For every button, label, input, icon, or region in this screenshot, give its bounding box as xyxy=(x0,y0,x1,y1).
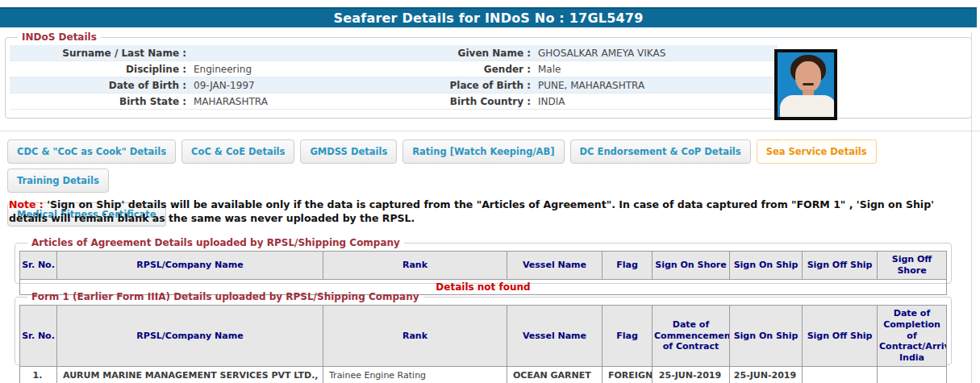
table-header-row: Sr. No. RPSL/Company Name Rank Vessel Na… xyxy=(20,252,947,280)
column-header-sign-on-ship: Sign On Ship xyxy=(730,306,803,367)
birth-state-label: Birth State : xyxy=(10,96,194,107)
column-header-sr-no: Sr. No. xyxy=(20,306,57,367)
birth-state-value: MAHARASHTRA xyxy=(194,96,399,107)
cell-date-of-completion xyxy=(878,366,947,383)
table-row: 1. AURUM MARINE MANAGEMENT SERVICES PVT … xyxy=(20,366,947,383)
gender-value: Male xyxy=(538,64,778,75)
indos-row: Discipline : Engineering Gender : Male xyxy=(10,61,778,77)
photo-mustache xyxy=(803,83,814,85)
column-header-sign-off-ship: Sign Off Ship xyxy=(803,306,878,367)
column-header-sign-off-shore: Sign Off Shore xyxy=(878,252,947,280)
place-of-birth-label: Place of Birth : xyxy=(399,80,538,91)
tab-rating-watch-keeping-ab[interactable]: Rating [Watch Keeping/AB] xyxy=(402,139,564,164)
surname-label: Surname / Last Name : xyxy=(10,48,194,59)
cell-rpsl-company-name: AURUM MARINE MANAGEMENT SERVICES PVT LTD… xyxy=(57,366,323,383)
indos-row: Birth State : MAHARASHTRA Birth Country … xyxy=(10,94,778,110)
birth-country-value: INDIA xyxy=(538,96,778,107)
table-header-row: Sr. No. RPSL/Company Name Rank Vessel Na… xyxy=(20,306,947,367)
cell-flag: FOREIGN xyxy=(603,366,653,383)
column-header-sign-on-ship: Sign On Ship xyxy=(730,252,803,280)
indos-details-grid: Surname / Last Name : Given Name : GHOSA… xyxy=(10,45,778,110)
column-header-sign-on-shore: Sign On Shore xyxy=(653,252,730,280)
articles-of-agreement-fieldset: Articles of Agreement Details uploaded b… xyxy=(15,237,952,284)
column-header-date-of-completion: Date of Completion of Contract/Arriving … xyxy=(878,306,947,367)
indos-details-fieldset: INDoS Details Surname / Last Name : Give… xyxy=(5,31,972,119)
given-name-label: Given Name : xyxy=(399,48,538,59)
birth-country-label: Birth Country : xyxy=(399,96,538,107)
indos-details-legend: INDoS Details xyxy=(18,31,101,43)
date-of-birth-label: Date of Birth : xyxy=(10,80,194,91)
page-right-border xyxy=(971,32,972,383)
column-header-vessel-name: Vessel Name xyxy=(507,306,603,367)
indos-row: Date of Birth : 09-JAN-1997 Place of Bir… xyxy=(10,77,778,94)
column-header-sign-off-ship: Sign Off Ship xyxy=(803,252,878,280)
cell-sr-no: 1. xyxy=(20,366,57,383)
cell-date-of-commencement: 25-JUN-2019 xyxy=(653,366,730,383)
header-bar: Seafarer Details for INDoS No : 17GL5479 xyxy=(0,7,977,27)
form1-details-legend: Form 1 (Earlier Form IIIA) Details uploa… xyxy=(27,291,423,302)
column-header-sr-no: Sr. No. xyxy=(20,252,57,280)
column-header-rank: Rank xyxy=(323,306,507,367)
discipline-label: Discipline : xyxy=(10,64,194,75)
given-name-value: GHOSALKAR AMEYA VIKAS xyxy=(538,48,778,59)
section-divider xyxy=(0,131,980,131)
tab-sea-service-details[interactable]: Sea Service Details xyxy=(757,139,877,164)
tab-dc-endorsement-cop-details[interactable]: DC Endorsement & CoP Details xyxy=(570,139,751,164)
seafarer-photo xyxy=(774,49,837,120)
column-header-rpsl-company-name: RPSL/Company Name xyxy=(57,252,323,280)
cell-sign-on-ship: 25-JUN-2019 xyxy=(730,366,803,383)
tab-training-details[interactable]: Training Details xyxy=(7,169,109,193)
column-header-flag: Flag xyxy=(603,252,653,280)
column-header-flag: Flag xyxy=(603,306,653,367)
form1-details-table: Sr. No. RPSL/Company Name Rank Vessel Na… xyxy=(19,305,947,383)
column-header-rank: Rank xyxy=(323,252,507,280)
tab-cdc-coc-as-cook-details[interactable]: CDC & "CoC as Cook" Details xyxy=(7,139,176,164)
column-header-vessel-name: Vessel Name xyxy=(507,252,603,280)
articles-of-agreement-table: Sr. No. RPSL/Company Name Rank Vessel Na… xyxy=(19,251,947,295)
cell-sign-off-ship xyxy=(803,366,878,383)
photo-face xyxy=(795,61,821,92)
photo-shirt xyxy=(780,95,836,118)
column-header-date-of-commencement: Date of Commencement of Contract xyxy=(653,306,730,367)
tab-coc-coe-details[interactable]: CoC & CoE Details xyxy=(181,139,294,164)
page-title: Seafarer Details for INDoS No : 17GL5479 xyxy=(334,10,644,26)
date-of-birth-value: 09-JAN-1997 xyxy=(194,80,399,91)
cell-rank: Trainee Engine Rating xyxy=(323,366,507,383)
column-header-rpsl-company-name: RPSL/Company Name xyxy=(57,306,323,367)
form1-details-fieldset: Form 1 (Earlier Form IIIA) Details uploa… xyxy=(15,291,952,365)
place-of-birth-value: PUNE, MAHARASHTRA xyxy=(538,80,778,91)
indos-row: Surname / Last Name : Given Name : GHOSA… xyxy=(10,45,778,61)
note-label: Note : xyxy=(9,198,44,210)
gender-label: Gender : xyxy=(399,64,538,75)
tab-gmdss-details[interactable]: GMDSS Details xyxy=(300,139,397,164)
cell-vessel-name: OCEAN GARNET xyxy=(507,366,603,383)
discipline-value: Engineering xyxy=(194,64,399,75)
sign-on-ship-note: Note : 'Sign on Ship' details will be av… xyxy=(9,198,965,225)
articles-of-agreement-legend: Articles of Agreement Details uploaded b… xyxy=(27,237,404,248)
note-text: 'Sign on Ship' details will be available… xyxy=(9,198,934,224)
